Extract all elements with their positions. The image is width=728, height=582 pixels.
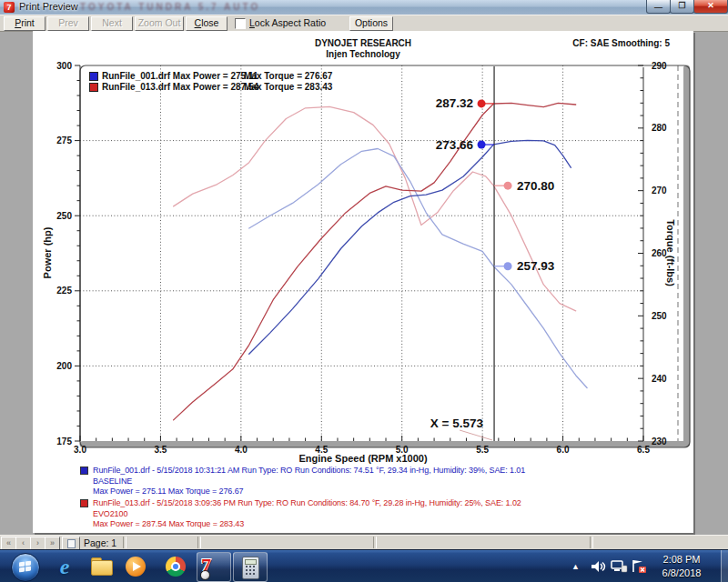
taskbar-calculator-active[interactable]: [233, 552, 268, 582]
title-bar: 7 TOYOTA TUNDRA 5.7 AUTO Print Preview —…: [0, 0, 728, 15]
lock-aspect-ratio-checkbox[interactable]: [235, 18, 246, 29]
y-left-tick-label: 225: [56, 286, 72, 296]
page-icon: [67, 539, 76, 548]
legend-swatch-blue: [89, 72, 98, 81]
series-runfile_001-power: [249, 140, 571, 354]
marker-dot: [478, 99, 486, 107]
windows-taskbar: e 7 ▲ 2:08 PM 6/8/2018: [0, 549, 728, 582]
status-divider: [197, 537, 201, 548]
calculator-icon: [242, 557, 259, 579]
y-right-tick-label: 250: [652, 311, 667, 321]
chrome-icon: [173, 564, 178, 569]
first-page-button[interactable]: «: [1, 537, 16, 550]
y-right-tick-label: 270: [652, 186, 667, 196]
start-button[interactable]: [11, 553, 40, 582]
marker-dot: [478, 141, 486, 149]
restore-icon: ❐: [678, 1, 685, 10]
legend-run1-torque: Max Torque = 276.67: [244, 71, 332, 81]
tray-date: 6/8/2018: [648, 567, 715, 580]
app-icon: 7: [4, 2, 15, 13]
volume-icon[interactable]: [590, 558, 606, 578]
run1-label: BASELINE: [93, 477, 525, 487]
left-axis-title: Power (hp): [42, 198, 53, 307]
play-icon: [133, 562, 141, 571]
start-flag-icon: [25, 567, 31, 572]
run2-swatch: [80, 499, 88, 507]
y-right-tick-label: 230: [652, 436, 667, 447]
prev-page-button[interactable]: ‹: [15, 537, 31, 550]
y-left-tick-label: 200: [56, 361, 72, 371]
status-divider: [123, 537, 126, 548]
y-right-tick-label: 280: [652, 123, 667, 133]
y-right-tick-label: 240: [652, 374, 667, 384]
y-left-tick-label: 250: [56, 211, 72, 221]
clock[interactable]: 2:08 PM 6/8/2018: [648, 553, 715, 580]
marker-dot: [504, 182, 512, 190]
y-right-tick-label: 290: [652, 61, 667, 71]
start-flag-icon: [25, 561, 31, 567]
status-divider: [590, 537, 593, 548]
marker-label: 287.32: [436, 96, 473, 110]
run2-max: Max Power = 287.54 Max Torque = 283.43: [93, 519, 521, 530]
cursor-label-pointer: [460, 430, 492, 440]
close-preview-button[interactable]: Close: [186, 16, 228, 31]
plot-frame: [80, 65, 690, 447]
y-left-tick-label: 275: [56, 135, 72, 146]
start-flag-icon: [19, 562, 25, 567]
page-setup-button[interactable]: [62, 537, 80, 550]
print-preview-toolbar: Print Prev Next Zoom Out Close Lock Aspe…: [0, 15, 728, 32]
folder-icon: [91, 560, 113, 576]
run1-swatch: [80, 467, 88, 475]
minimize-icon: —: [654, 3, 662, 12]
taskbar-media-player[interactable]: [124, 555, 147, 578]
next-page-button[interactable]: ›: [30, 537, 46, 550]
run1-conditions: RunFile_001.drf - 5/15/2018 10:31:21 AM …: [93, 466, 525, 477]
action-center-flag-icon[interactable]: [630, 558, 648, 578]
print-button[interactable]: Print: [4, 16, 46, 31]
tray-time: 2:08 PM: [648, 553, 715, 567]
start-flag-icon: [19, 567, 25, 573]
y-left-tick-label: 175: [56, 436, 72, 447]
show-desktop-button[interactable]: [721, 550, 728, 582]
marker-label: 257.93: [517, 259, 555, 273]
taskbar-internet-explorer[interactable]: e: [53, 555, 76, 578]
legend-run2-text: RunFile_013.drf Max Power = 287.54: [102, 82, 258, 92]
network-icon[interactable]: [610, 558, 628, 578]
marker-label: 273.66: [436, 138, 474, 152]
taskbar-chrome[interactable]: [164, 555, 187, 578]
run2-annotation: RunFile_013.drf - 5/15/2018 3:09:36 PM R…: [93, 498, 521, 530]
lock-aspect-ratio-label: Lock Aspect Ratio: [249, 17, 326, 28]
y-left-tick-label: 300: [56, 61, 72, 71]
soccer-ball-icon: [200, 570, 210, 580]
close-icon: ✕: [707, 1, 714, 10]
status-divider: [373, 537, 377, 548]
taskbar-winpep-active[interactable]: 7: [197, 552, 231, 582]
run1-annotation: RunFile_001.drf - 5/15/2018 10:31:21 AM …: [93, 466, 525, 497]
x-axis-title: Engine Speed (RPM x1000): [33, 453, 693, 464]
page-number-label: Page: 1: [84, 537, 116, 548]
background-window-title: TOYOTA TUNDRA 5.7 AUTO: [80, 2, 462, 13]
tray-hidden-icons-button[interactable]: ▲: [571, 562, 580, 571]
preview-page: 3.03.54.04.55.05.56.06.51752002252502753…: [33, 31, 693, 533]
run2-conditions: RunFile_013.drf - 5/15/2018 3:09:36 PM R…: [93, 498, 521, 509]
prev-button[interactable]: Prev: [47, 16, 89, 31]
taskbar-explorer[interactable]: [89, 555, 113, 578]
close-window-button[interactable]: ✕: [693, 0, 728, 14]
restore-button[interactable]: ❐: [670, 0, 694, 14]
series-runfile_013-torque: [174, 106, 576, 310]
window-title: Print Preview: [19, 1, 78, 12]
legend-run1-text: RunFile_001.drf Max Power = 275.11: [102, 71, 258, 81]
minimize-button[interactable]: —: [646, 0, 671, 14]
options-button[interactable]: Options: [349, 16, 393, 31]
report-subtitle: Injen Technology: [33, 49, 693, 59]
run2-label: EVO2100: [93, 509, 521, 520]
marker-label: 270.80: [517, 179, 554, 193]
legend-run2-torque: Max Torque = 283.43: [244, 82, 332, 92]
right-axis-title: Torque (ft-lbs): [665, 198, 676, 307]
marker-dot: [504, 262, 512, 270]
last-page-button[interactable]: »: [45, 537, 60, 550]
correction-smoothing-note: CF: SAE Smoothing: 5: [572, 38, 670, 48]
next-button[interactable]: Next: [91, 16, 133, 31]
cursor-x-label: X = 5.573: [430, 416, 484, 430]
zoom-out-button[interactable]: Zoom Out: [135, 16, 184, 31]
